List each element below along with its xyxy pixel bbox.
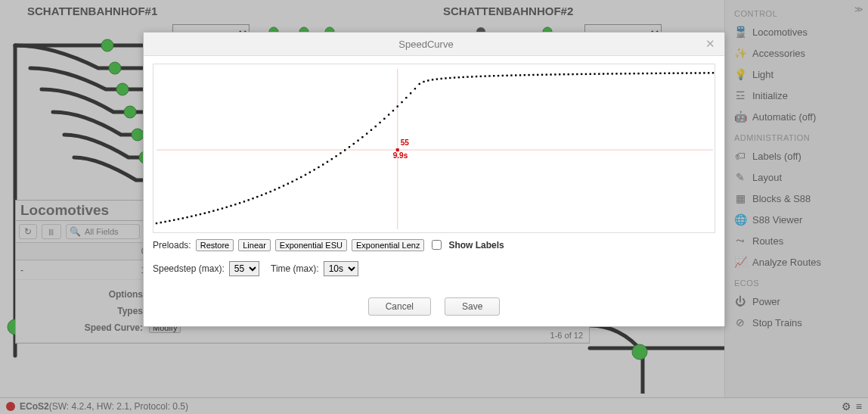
svg-rect-126 <box>612 73 613 74</box>
svg-rect-62 <box>331 158 333 160</box>
svg-rect-132 <box>637 73 639 74</box>
svg-rect-63 <box>335 155 336 157</box>
svg-rect-104 <box>515 74 516 76</box>
svg-rect-134 <box>646 73 648 74</box>
svg-rect-96 <box>480 76 482 77</box>
svg-rect-72 <box>375 126 377 127</box>
show-labels-checkbox[interactable] <box>432 240 442 250</box>
cancel-button[interactable]: Cancel <box>368 297 431 316</box>
svg-rect-42 <box>243 201 245 202</box>
svg-rect-80 <box>410 92 411 94</box>
svg-rect-94 <box>471 76 473 77</box>
svg-rect-60 <box>322 163 324 165</box>
svg-rect-68 <box>357 139 358 141</box>
svg-rect-136 <box>655 73 656 74</box>
svg-rect-93 <box>467 76 468 77</box>
svg-rect-51 <box>283 185 284 186</box>
svg-rect-112 <box>550 73 551 75</box>
svg-rect-55 <box>300 176 302 178</box>
svg-rect-75 <box>388 114 389 115</box>
svg-rect-149 <box>712 72 714 73</box>
preset-linear-button[interactable]: Linear <box>238 239 271 251</box>
speedstep-label: Speedstep (max): <box>153 263 225 274</box>
svg-rect-125 <box>607 73 609 74</box>
svg-rect-64 <box>339 152 341 154</box>
close-icon[interactable]: ✕ <box>702 37 718 51</box>
svg-rect-89 <box>449 77 451 79</box>
svg-rect-41 <box>239 202 240 204</box>
preset-exp-lenz-button[interactable]: Exponential Lenz <box>352 239 424 251</box>
svg-text:9.9s: 9.9s <box>393 151 408 160</box>
svg-rect-88 <box>445 77 446 79</box>
svg-rect-140 <box>673 73 674 74</box>
svg-rect-128 <box>620 73 622 74</box>
svg-text:55: 55 <box>401 139 410 147</box>
svg-rect-31 <box>195 214 197 216</box>
svg-rect-61 <box>327 161 328 163</box>
time-select[interactable]: 10s <box>324 261 358 276</box>
svg-rect-74 <box>383 118 385 120</box>
svg-rect-40 <box>234 204 236 205</box>
svg-rect-66 <box>349 146 350 148</box>
svg-rect-87 <box>440 78 442 79</box>
preset-exp-esu-button[interactable]: Exponential ESU <box>275 239 347 251</box>
svg-rect-109 <box>537 74 538 76</box>
svg-rect-142 <box>681 72 683 73</box>
svg-rect-84 <box>427 79 429 81</box>
svg-rect-46 <box>261 195 262 196</box>
svg-rect-135 <box>651 73 653 74</box>
svg-rect-29 <box>186 216 188 218</box>
svg-rect-49 <box>274 188 275 190</box>
svg-rect-117 <box>572 73 573 75</box>
svg-rect-95 <box>476 76 477 77</box>
svg-rect-82 <box>419 83 420 85</box>
svg-rect-100 <box>498 75 499 76</box>
svg-rect-69 <box>361 136 363 138</box>
svg-rect-39 <box>230 205 231 207</box>
svg-rect-71 <box>370 129 372 131</box>
speedcurve-chart[interactable]: 559.9s <box>153 64 715 233</box>
svg-rect-129 <box>625 73 626 74</box>
save-button[interactable]: Save <box>445 297 500 316</box>
svg-rect-83 <box>423 81 424 82</box>
svg-rect-25 <box>169 220 170 222</box>
svg-rect-24 <box>164 221 166 223</box>
dialog-title: SpeedCurve <box>150 39 702 50</box>
svg-rect-99 <box>493 75 494 76</box>
svg-rect-73 <box>379 122 380 123</box>
svg-rect-32 <box>200 213 201 215</box>
svg-rect-122 <box>594 73 595 74</box>
svg-rect-91 <box>458 76 460 78</box>
svg-rect-27 <box>178 218 179 219</box>
svg-rect-50 <box>278 187 280 188</box>
svg-rect-113 <box>554 73 556 75</box>
svg-rect-90 <box>454 76 455 78</box>
svg-rect-81 <box>414 88 416 89</box>
svg-rect-123 <box>598 73 600 74</box>
svg-rect-86 <box>436 78 438 79</box>
svg-rect-130 <box>629 73 631 74</box>
svg-rect-120 <box>585 73 587 75</box>
svg-rect-48 <box>269 191 271 192</box>
svg-rect-70 <box>366 132 367 134</box>
svg-rect-111 <box>546 73 547 75</box>
svg-rect-103 <box>510 74 512 76</box>
svg-rect-101 <box>502 75 504 76</box>
svg-rect-148 <box>708 72 709 73</box>
preset-restore-button[interactable]: Restore <box>196 239 234 251</box>
svg-rect-33 <box>204 212 206 213</box>
dialog-header[interactable]: SpeedCurve ✕ <box>144 33 724 56</box>
svg-rect-23 <box>160 222 162 223</box>
speedstep-select[interactable]: 55 <box>229 261 259 276</box>
svg-rect-97 <box>484 75 485 76</box>
svg-rect-116 <box>568 73 569 75</box>
speedcurve-dialog: SpeedCurve ✕ 559.9s Preloads: Restore Li… <box>143 32 725 327</box>
svg-rect-76 <box>392 110 394 111</box>
svg-rect-107 <box>528 74 529 76</box>
time-label: Time (max): <box>271 263 319 274</box>
svg-rect-53 <box>291 181 293 182</box>
svg-rect-77 <box>397 105 398 107</box>
svg-rect-118 <box>576 73 578 75</box>
svg-rect-106 <box>524 74 525 76</box>
svg-rect-133 <box>642 73 643 74</box>
